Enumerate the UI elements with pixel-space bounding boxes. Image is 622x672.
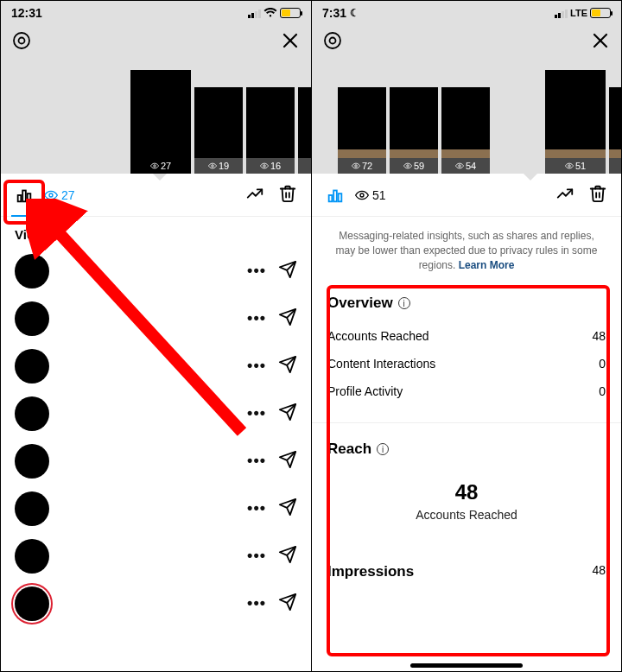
story-view-count: 48 <box>609 158 621 174</box>
avatar[interactable] <box>15 444 49 479</box>
viewer-row[interactable]: ••• <box>1 485 311 532</box>
close-icon[interactable] <box>280 30 301 51</box>
story-thumbnail[interactable]: 54 <box>441 87 490 174</box>
svg-rect-21 <box>329 195 333 201</box>
share-icon[interactable] <box>245 184 264 206</box>
svg-point-0 <box>14 33 29 48</box>
impressions-section: Impressions 48 <box>312 536 621 598</box>
story-view-count: 59 <box>390 158 438 174</box>
story-view-count: 51 <box>545 158 606 174</box>
viewer-row[interactable]: ••• <box>1 532 311 580</box>
send-icon[interactable] <box>278 355 297 377</box>
story-thumbnail[interactable]: 72 <box>338 87 386 174</box>
delete-icon[interactable] <box>278 184 297 206</box>
metric-value: 0 <box>599 384 606 398</box>
time: 7:31 <box>322 6 346 20</box>
story-thumbnail[interactable]: 51 <box>545 70 606 174</box>
reach-label: Accounts Reached <box>327 508 606 522</box>
svg-rect-22 <box>333 190 337 201</box>
story-thumbnail[interactable]: 59 <box>390 87 438 174</box>
svg-rect-8 <box>18 195 22 201</box>
svg-point-6 <box>263 165 266 168</box>
impressions-value: 48 <box>592 563 606 580</box>
gear-icon[interactable] <box>11 30 32 51</box>
metric-label: Content Interactions <box>327 357 435 371</box>
more-icon[interactable]: ••• <box>247 357 266 375</box>
send-icon[interactable] <box>278 403 297 425</box>
dnd-icon: ☾ <box>350 7 359 19</box>
story-strip[interactable]: 271916 <box>1 70 311 174</box>
story-strip[interactable]: 7259545148 <box>312 70 621 174</box>
avatar[interactable] <box>15 586 49 621</box>
story-view-count <box>298 158 311 174</box>
story-view-count: 72 <box>338 158 386 174</box>
send-icon[interactable] <box>278 498 297 520</box>
info-icon[interactable]: i <box>398 297 410 309</box>
story-view-count: 27 <box>130 158 191 174</box>
avatar[interactable] <box>15 254 49 288</box>
more-icon[interactable]: ••• <box>247 309 266 327</box>
story-thumbnail[interactable]: 16 <box>246 87 295 174</box>
svg-point-13 <box>330 38 336 44</box>
viewer-row[interactable]: ••• <box>1 390 311 437</box>
share-icon[interactable] <box>555 184 574 206</box>
metric-label: Accounts Reached <box>327 329 429 343</box>
avatar[interactable] <box>15 491 49 526</box>
avatar[interactable] <box>15 539 49 574</box>
story-thumbnail[interactable]: 19 <box>194 87 243 174</box>
story-thumbnail[interactable]: 48 <box>609 87 621 174</box>
home-indicator[interactable] <box>410 663 523 668</box>
svg-point-16 <box>355 165 358 168</box>
more-icon[interactable]: ••• <box>247 499 266 517</box>
svg-point-24 <box>360 193 364 197</box>
more-icon[interactable]: ••• <box>247 262 266 280</box>
more-icon[interactable]: ••• <box>247 404 266 422</box>
status-bar: 7:31 ☾ LTE <box>312 1 621 22</box>
more-icon[interactable]: ••• <box>247 452 266 470</box>
insights-tab-icon[interactable] <box>326 186 345 205</box>
send-icon[interactable] <box>278 260 297 282</box>
svg-point-19 <box>568 165 571 168</box>
svg-rect-10 <box>28 193 31 201</box>
svg-point-1 <box>19 38 25 44</box>
more-icon[interactable]: ••• <box>247 594 266 612</box>
info-icon[interactable]: i <box>377 443 389 455</box>
viewer-row[interactable]: ••• <box>1 437 311 485</box>
tabbar: 51 <box>312 174 621 217</box>
viewers-heading: Viewer <box>1 217 311 247</box>
avatar[interactable] <box>15 396 49 431</box>
privacy-notice: Messaging-related insights, such as shar… <box>312 217 621 284</box>
svg-rect-23 <box>339 193 342 201</box>
time: 12:31 <box>11 6 42 20</box>
viewers-tab[interactable]: 27 <box>44 188 75 202</box>
viewer-row[interactable]: ••• <box>1 580 311 627</box>
story-thumbnail[interactable] <box>298 87 311 174</box>
send-icon[interactable] <box>278 307 297 330</box>
gear-icon[interactable] <box>322 30 343 51</box>
story-thumbnail[interactable]: 27 <box>130 70 191 174</box>
learn-more-link[interactable]: Learn More <box>459 259 515 271</box>
more-icon[interactable]: ••• <box>247 547 266 565</box>
metric-row[interactable]: Accounts Reached48 <box>327 322 606 350</box>
insights-tab-icon[interactable] <box>15 186 34 205</box>
metric-value: 48 <box>592 329 606 343</box>
viewer-row[interactable]: ••• <box>1 342 311 390</box>
viewer-row[interactable]: ••• <box>1 295 311 342</box>
viewers-tab[interactable]: 51 <box>355 188 386 202</box>
svg-point-5 <box>212 165 214 168</box>
metric-row[interactable]: Profile Activity0 <box>327 377 606 405</box>
send-icon[interactable] <box>278 450 297 472</box>
avatar[interactable] <box>15 349 49 384</box>
send-icon[interactable] <box>278 593 297 615</box>
reach-number: 48 <box>327 480 606 504</box>
send-icon[interactable] <box>278 545 297 567</box>
story-view-count: 54 <box>441 158 490 174</box>
battery-icon <box>590 8 611 18</box>
metric-row[interactable]: Content Interactions0 <box>327 350 606 377</box>
viewer-row[interactable]: ••• <box>1 247 311 295</box>
avatar[interactable] <box>15 301 49 336</box>
network-label: LTE <box>570 8 587 18</box>
close-icon[interactable] <box>590 30 611 51</box>
delete-icon[interactable] <box>588 184 607 206</box>
impressions-label: Impressions <box>327 563 414 580</box>
